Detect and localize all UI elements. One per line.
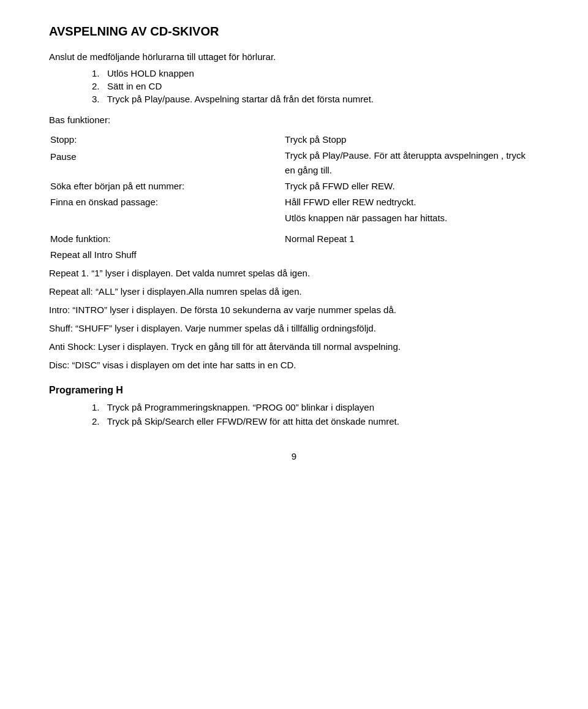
repeatall-text: Repeat all: “ALL” lyser i displayen.Alla…	[49, 284, 539, 299]
steps-list: 1. Utlös HOLD knappen 2. Sätt in en CD 3…	[74, 68, 539, 104]
prog-step-2: 2. Tryck på Skip/Search eller FFWD/REW f…	[92, 416, 539, 427]
step-3-number: 3.	[92, 94, 100, 104]
step-2: 2. Sätt in en CD	[92, 81, 539, 91]
antishock-text: Anti Shock: Lyser i displayen. Tryck en …	[49, 339, 539, 354]
page-container: AVSPELNING AV CD-SKIVOR Anslut de medföl…	[49, 25, 539, 461]
function-left-1: Stopp:	[50, 132, 284, 147]
function-left-5	[50, 211, 284, 226]
function-right-3: Tryck på FFWD eller REW.	[285, 179, 538, 194]
bas-label-text: Bas funktioner:	[49, 115, 110, 125]
repeat1-text: Repeat 1. “1” lyser i displayen. Det val…	[49, 266, 539, 281]
page-title: AVSPELNING AV CD-SKIVOR	[49, 25, 539, 39]
function-left-2: Pause	[50, 148, 284, 178]
mode-row: Mode funktion: Normal Repeat 1	[50, 232, 538, 246]
intro-text: Anslut de medföljande hörlurarna till ut…	[49, 50, 539, 64]
function-row-2: Pause Tryck på Play/Pause. För att återu…	[50, 148, 538, 178]
step-3-text: Tryck på Play/pause. Avspelning startar …	[107, 94, 374, 104]
intro-desc: Intro: “INTRO” lyser i displayen. De för…	[49, 303, 539, 317]
prog-step-1-text: Tryck på Programmeringsknappen. “PROG 00…	[107, 402, 374, 412]
step-1: 1. Utlös HOLD knappen	[92, 68, 539, 78]
prog-step-1: 1. Tryck på Programmeringsknappen. “PROG…	[92, 402, 539, 412]
prog-step-1-number: 1.	[92, 402, 100, 412]
mode-extra-cell: Repeat all Intro Shuff	[50, 248, 284, 262]
function-right-4: Håll FFWD eller REW nedtryckt.	[285, 195, 538, 210]
prog-step-2-text: Tryck på Skip/Search eller FFWD/REW för …	[107, 416, 399, 427]
function-right-5: Utlös knappen när passagen har hittats.	[285, 211, 538, 226]
step-2-text: Sätt in en CD	[107, 81, 162, 91]
function-left-4: Finna en önskad passage:	[50, 195, 284, 210]
function-row-3: Söka efter början på ett nummer: Tryck p…	[50, 179, 538, 194]
mode-table: Mode funktion: Normal Repeat 1 Repeat al…	[49, 230, 539, 264]
function-left-3: Söka efter början på ett nummer:	[50, 179, 284, 194]
programering-title: Programering H	[49, 385, 539, 396]
function-right-2: Tryck på Play/Pause. För att återuppta a…	[285, 148, 538, 178]
mode-label-cell: Mode funktion:	[50, 232, 284, 246]
disc-text: Disc: “DISC” visas i displayen om det in…	[49, 358, 539, 373]
prog-step-2-number: 2.	[92, 416, 100, 427]
function-row-5: Utlös knappen när passagen har hittats.	[50, 211, 538, 226]
bas-label: Bas funktioner:	[49, 113, 539, 127]
programering-list: 1. Tryck på Programmeringsknappen. “PROG…	[74, 402, 539, 427]
step-2-number: 2.	[92, 81, 100, 91]
step-1-number: 1.	[92, 68, 100, 78]
functions-table: Stopp: Tryck på Stopp Pause Tryck på Pla…	[49, 131, 539, 227]
function-right-1: Tryck på Stopp	[285, 132, 538, 147]
step-1-text: Utlös HOLD knappen	[107, 68, 194, 78]
mode-values-cell: Normal Repeat 1	[285, 232, 538, 246]
function-row-1: Stopp: Tryck på Stopp	[50, 132, 538, 147]
step-3: 3. Tryck på Play/pause. Avspelning start…	[92, 94, 539, 104]
shuff-text: Shuff: “SHUFF” lyser i displayen. Varje …	[49, 321, 539, 336]
page-number: 9	[49, 451, 539, 461]
mode-extra-row: Repeat all Intro Shuff	[50, 248, 538, 262]
function-row-4: Finna en önskad passage: Håll FFWD eller…	[50, 195, 538, 210]
